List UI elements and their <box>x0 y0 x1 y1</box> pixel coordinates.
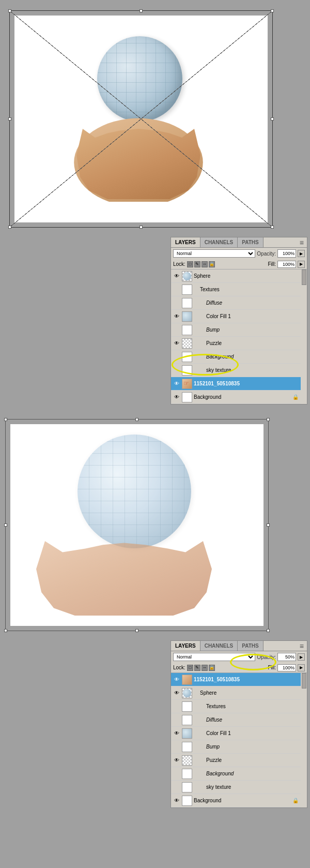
lock-all-icon[interactable]: 🔒 <box>209 261 215 267</box>
fill-label-1: Fill: <box>268 261 276 267</box>
layer-item-sky[interactable]: sky texture <box>171 364 301 377</box>
layer-item2-sky[interactable]: sky texture <box>171 781 301 794</box>
transform-handle-2-br[interactable] <box>267 629 270 632</box>
eye2-background[interactable]: 👁 <box>173 797 180 804</box>
layer-item-bump[interactable]: Bump <box>171 323 301 337</box>
transform-handle-br[interactable] <box>271 226 274 229</box>
thumb-bg-italic <box>182 352 192 362</box>
eye2-puzzle[interactable]: 👁 <box>173 757 180 764</box>
opacity-label-2: Opacity: <box>257 654 276 660</box>
scroll-thumb-2[interactable] <box>302 673 306 689</box>
layer-item-sphere[interactable]: 👁 Sphere <box>171 270 301 283</box>
layer-item2-textures[interactable]: Textures <box>171 700 301 713</box>
lock-position-icon-2[interactable]: ↔ <box>202 665 208 671</box>
layer-item2-sphere[interactable]: 👁 Sphere <box>171 686 301 700</box>
layer-item-diffuse[interactable]: Diffuse <box>171 296 301 310</box>
transform-handle-ml[interactable] <box>8 117 11 121</box>
layer-item-bg-italic[interactable]: Background <box>171 350 301 364</box>
layer-item2-bg-italic[interactable]: Background <box>171 767 301 781</box>
transform-handle-2-tl[interactable] <box>4 418 7 421</box>
opacity-arrow-1[interactable]: ▶ <box>298 250 305 257</box>
opacity-arrow-2[interactable]: ▶ <box>298 653 305 661</box>
thumb-background <box>182 392 192 402</box>
blend-mode-select-2[interactable]: Normal Multiply <box>173 653 255 661</box>
eye-puzzle[interactable]: 👁 <box>173 340 180 347</box>
fill-arrow-1[interactable]: ▶ <box>298 261 305 268</box>
eye2-colorfill[interactable]: 👁 <box>173 730 180 737</box>
panel-menu-btn-1[interactable]: ≡ <box>297 238 307 247</box>
eye-1152[interactable]: 👁 <box>173 380 180 387</box>
layer-item2-colorfill[interactable]: 👁 Color Fill 1 <box>171 727 301 740</box>
transform-handle-2-bl[interactable] <box>4 629 7 632</box>
tab-paths-2[interactable]: PATHS <box>238 641 263 651</box>
layer-item2-puzzle[interactable]: 👁 Puzzle <box>171 754 301 767</box>
tab-layers-2[interactable]: LAYERS <box>171 641 200 651</box>
layer-name2-1152: 1152101_50510835 <box>194 677 299 682</box>
transform-handle-bl[interactable] <box>8 226 11 229</box>
fill-label-2: Fill: <box>268 665 276 670</box>
thumb2-puzzle <box>182 755 192 766</box>
lock-icons-1: □ ✎ ↔ 🔒 <box>187 261 215 267</box>
layer-item-puzzle[interactable]: 👁 Puzzle <box>171 337 301 350</box>
transform-handle-tl[interactable] <box>8 9 11 12</box>
layer-item-1152[interactable]: 👁 ☞ 1152101_50510835 <box>171 377 301 391</box>
opacity-input-1[interactable] <box>277 249 296 258</box>
transform-handle-2-bc[interactable] <box>135 629 138 632</box>
layer-item-textures[interactable]: Textures <box>171 283 301 296</box>
thumb-diffuse <box>182 298 192 308</box>
lock-all-icon-2[interactable]: 🔒 <box>209 665 215 671</box>
fill-input-2[interactable] <box>277 664 296 671</box>
thumb-sky <box>182 365 192 376</box>
lock-position-icon[interactable]: ↔ <box>202 261 208 267</box>
transform-handle-tr[interactable] <box>271 9 274 12</box>
eye2-sphere[interactable]: 👁 <box>173 690 180 697</box>
transform-handle-bc[interactable] <box>140 226 143 229</box>
layers-panel-1: LAYERS CHANNELS PATHS ≡ Normal Multiply … <box>171 237 307 405</box>
lock-fill-row-2: Lock: □ ✎ ↔ 🔒 Fill: ▶ <box>171 663 307 673</box>
panel-header-1: LAYERS CHANNELS PATHS ≡ <box>171 237 307 248</box>
thumb2-bump <box>182 742 192 752</box>
lock-transparent-icon[interactable]: □ <box>187 261 193 267</box>
transform-handle-2-tr[interactable] <box>267 418 270 421</box>
transform-handle-mr[interactable] <box>271 117 274 121</box>
lock-image-icon[interactable]: ✎ <box>194 261 200 267</box>
canvas-area-2 <box>0 414 310 636</box>
thumb-colorfill <box>182 311 192 322</box>
layer-item-colorfill[interactable]: 👁 Color Fill 1 <box>171 310 301 323</box>
transform-box-2[interactable] <box>5 419 269 631</box>
layer-item2-diffuse[interactable]: Diffuse <box>171 713 301 727</box>
canvas-area-1 <box>0 0 310 238</box>
eye2-1152[interactable]: 👁 <box>173 676 180 683</box>
fill-input-1[interactable] <box>277 261 296 268</box>
transform-handle-tc[interactable] <box>140 9 143 12</box>
blend-mode-select-1[interactable]: Normal Multiply Screen <box>173 249 255 258</box>
lock-image-icon-2[interactable]: ✎ <box>194 665 200 671</box>
eye-sphere[interactable]: 👁 <box>173 273 180 280</box>
lock-badge-background: 🔒 <box>292 394 299 400</box>
tab-channels-1[interactable]: CHANNELS <box>200 237 238 247</box>
thumb-1152: ☞ <box>182 379 192 389</box>
fill-arrow-2[interactable]: ▶ <box>298 664 305 671</box>
layer-name-textures: Textures <box>200 287 299 292</box>
transform-handle-2-tc[interactable] <box>135 418 138 421</box>
transform-box-1[interactable] <box>9 10 273 228</box>
thumb-puzzle <box>182 338 192 349</box>
lock-transparent-icon-2[interactable]: □ <box>187 665 193 671</box>
tab-channels-2[interactable]: CHANNELS <box>200 641 238 651</box>
tab-layers-1[interactable]: LAYERS <box>171 237 200 247</box>
eye-background[interactable]: 👁 <box>173 394 180 401</box>
layer-item2-bump[interactable]: Bump <box>171 740 301 754</box>
layer-item-background[interactable]: 👁 Background 🔒 <box>171 391 301 404</box>
eye-colorfill[interactable]: 👁 <box>173 313 180 320</box>
transform-handle-2-ml[interactable] <box>4 523 7 527</box>
opacity-input-2[interactable] <box>277 653 296 661</box>
lock-badge-background-2: 🔒 <box>292 798 299 803</box>
layer-item2-background[interactable]: 👁 Background 🔒 <box>171 794 301 807</box>
opacity-label-1: Opacity: <box>257 251 276 257</box>
transform-handle-2-mr[interactable] <box>267 523 270 527</box>
tab-paths-1[interactable]: PATHS <box>238 237 263 247</box>
panel-menu-btn-2[interactable]: ≡ <box>297 642 307 650</box>
layer-item2-1152[interactable]: 👁 1152101_50510835 <box>171 673 301 686</box>
scroll-thumb-1[interactable] <box>302 270 306 285</box>
layer-name-diffuse: Diffuse <box>206 300 299 306</box>
